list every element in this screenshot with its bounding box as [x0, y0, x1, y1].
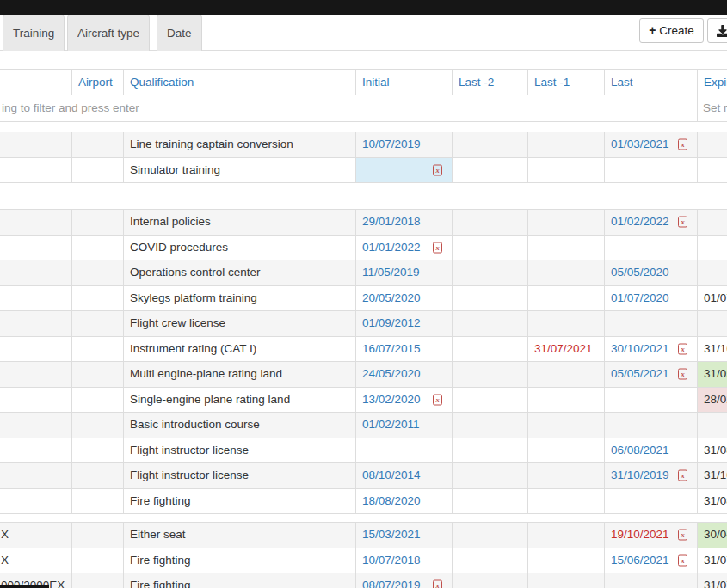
row-group-3: XEither seat15/03/202119/10/2021x30/04XF… [0, 522, 727, 588]
cell-last2 [452, 573, 527, 588]
column-header-qualification[interactable]: Qualification [123, 70, 355, 95]
cell-expiry [697, 236, 727, 260]
cell-qualification: Flight crew license [123, 311, 355, 336]
last-date[interactable]: 31/10/2019 [611, 469, 669, 481]
column-header-airport[interactable]: Airport [71, 70, 123, 95]
tab-bar: Training Aircraft type Date [0, 15, 727, 51]
cell-last: 19/10/2021x [604, 523, 697, 548]
tab-training[interactable]: Training [3, 15, 65, 51]
cell-type [0, 158, 71, 183]
tab-date[interactable]: Date [157, 15, 202, 51]
last-date[interactable]: 01/02/2022 [611, 215, 669, 228]
initial-date[interactable]: 29/01/2018 [362, 215, 421, 228]
expiry-date: 31/07 [704, 554, 727, 567]
attachment-file-x-icon[interactable]: x [433, 164, 442, 175]
cell-last2 [452, 362, 527, 387]
type-text: X [1, 554, 9, 567]
cell-last1 [527, 236, 604, 260]
attachment-file-x-icon[interactable]: x [678, 369, 687, 380]
cell-airport [71, 158, 123, 183]
cell-type [0, 388, 71, 413]
attachment-file-x-icon[interactable]: x [433, 580, 442, 588]
attachment-file-x-icon[interactable]: x [678, 530, 687, 541]
cell-last1 [527, 210, 604, 235]
last-date[interactable]: 01/07/2020 [611, 291, 669, 304]
cell-expiry: 31/08 [697, 489, 727, 514]
cell-expiry [697, 132, 727, 157]
initial-date[interactable]: 20/05/2020 [362, 291, 421, 304]
cell-last1 [527, 311, 604, 336]
attachment-file-x-icon[interactable]: x [678, 217, 687, 228]
qualification-text: Fire fighting [130, 579, 191, 588]
initial-date[interactable]: 11/05/2019 [362, 266, 420, 279]
initial-date[interactable]: 16/07/2015 [362, 342, 421, 355]
initial-date[interactable]: 08/07/2019 [362, 579, 421, 588]
cell-last2 [452, 388, 527, 413]
attachment-file-x-icon[interactable]: x [678, 139, 687, 150]
column-header-last1[interactable]: Last -1 [527, 70, 604, 95]
cell-airport [71, 463, 123, 488]
cell-airport [71, 311, 123, 336]
cell-last2 [452, 311, 527, 336]
initial-date[interactable]: 18/08/2020 [362, 494, 421, 507]
expiry-range-filter-input[interactable]: Set range [697, 95, 727, 121]
row-group-1: Line training captain conversion10/07/20… [0, 132, 727, 183]
expiry-date: 31/05 [704, 367, 727, 380]
attachment-file-x-icon[interactable]: x [678, 470, 687, 481]
last-date[interactable]: 05/05/2021 [611, 367, 669, 380]
initial-date[interactable]: 01/09/2012 [362, 316, 421, 329]
attachment-file-x-icon[interactable]: x [678, 343, 687, 354]
qualification-text: COVID procedures [130, 241, 228, 254]
cell-type [0, 463, 71, 488]
qualification-text: Fire fighting [130, 554, 191, 567]
cell-last1 [527, 413, 604, 438]
cell-last1 [527, 573, 604, 588]
last-date[interactable]: 01/03/2021 [611, 138, 669, 150]
cell-type [0, 132, 71, 157]
attachment-file-x-icon[interactable]: x [678, 554, 687, 566]
last-date[interactable]: 30/10/2021 [611, 342, 669, 355]
cell-last [604, 158, 697, 183]
last-date[interactable]: 05/05/2020 [611, 266, 669, 279]
cell-airport [71, 210, 123, 235]
last-date[interactable]: 19/10/2021 [611, 528, 669, 541]
create-button[interactable]: +Create [639, 18, 704, 43]
initial-date[interactable]: 08/10/2014 [362, 469, 421, 481]
initial-date[interactable]: 10/07/2019 [362, 138, 421, 150]
initial-date[interactable]: 01/01/2022 [362, 241, 421, 254]
column-header-last2[interactable]: Last -2 [452, 70, 527, 95]
table-row: XFire fighting10/07/201815/06/2021x31/07 [0, 548, 727, 574]
table-row: Flight instructor license08/10/201431/10… [0, 463, 727, 489]
cell-type [0, 236, 71, 260]
attachment-file-x-icon[interactable]: x [433, 242, 442, 253]
qualification-text: Flight instructor license [130, 469, 249, 481]
cell-last2 [452, 158, 527, 183]
table-row: Internal policies29/01/201801/02/2022x [0, 210, 727, 236]
cell-airport [71, 388, 123, 413]
cell-airport [71, 236, 123, 260]
initial-date[interactable]: 10/07/2018 [362, 554, 421, 567]
column-header-last[interactable]: Last [604, 70, 697, 95]
cell-last1 [527, 438, 604, 463]
last-date[interactable]: 06/08/2021 [611, 444, 669, 456]
cell-expiry: 31/05 [697, 362, 727, 387]
text-filter-input[interactable]: ing to filter and press enter [0, 95, 697, 121]
last1-date[interactable]: 31/07/2021 [534, 342, 593, 355]
expiry-date: 31/08 [704, 494, 727, 507]
last-date[interactable]: 15/06/2021 [611, 554, 669, 567]
initial-date[interactable]: 01/02/2011 [362, 418, 420, 431]
initial-date[interactable]: 24/05/2020 [362, 367, 421, 380]
column-header-initial[interactable]: Initial [355, 70, 452, 95]
cell-expiry [697, 210, 727, 235]
initial-date[interactable]: 15/03/2021 [362, 528, 421, 541]
cell-last1 [527, 260, 604, 285]
table-row: Line training captain conversion10/07/20… [0, 132, 727, 158]
cell-initial: 10/07/2019 [355, 132, 452, 157]
column-header-expiry[interactable]: Expiry [697, 70, 727, 95]
download-button[interactable] [707, 18, 727, 43]
expiry-date: 30/04 [704, 528, 727, 541]
cell-type [0, 362, 71, 387]
initial-date[interactable]: 13/02/2020 [362, 393, 421, 406]
tab-aircraft-type[interactable]: Aircraft type [67, 15, 150, 51]
attachment-file-x-icon[interactable]: x [433, 394, 442, 405]
